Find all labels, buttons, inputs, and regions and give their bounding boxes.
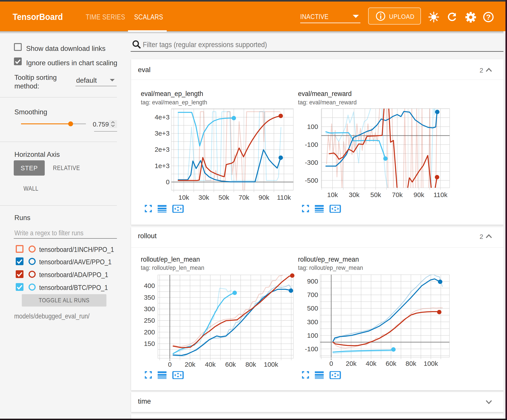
svg-text:80k: 80k bbox=[245, 361, 256, 368]
svg-text:-100: -100 bbox=[305, 141, 318, 148]
svg-text:-500: -500 bbox=[305, 177, 318, 184]
svg-text:350: 350 bbox=[144, 294, 155, 301]
svg-text:10k: 10k bbox=[327, 191, 338, 198]
svg-text:300: 300 bbox=[144, 305, 155, 312]
svg-text:100: 100 bbox=[307, 123, 318, 130]
svg-text:80k: 80k bbox=[406, 360, 416, 367]
svg-text:100: 100 bbox=[307, 332, 318, 339]
svg-text:60k: 60k bbox=[225, 361, 236, 368]
svg-text:20k: 20k bbox=[185, 361, 196, 368]
svg-text:0: 0 bbox=[168, 361, 172, 368]
svg-text:90k: 90k bbox=[259, 194, 269, 201]
svg-text:0: 0 bbox=[166, 178, 169, 186]
svg-text:50k: 50k bbox=[218, 194, 229, 201]
svg-text:?: ? bbox=[486, 13, 491, 21]
svg-text:30k: 30k bbox=[349, 191, 359, 198]
svg-text:150: 150 bbox=[144, 340, 155, 347]
svg-text:500: 500 bbox=[307, 304, 318, 312]
svg-text:300: 300 bbox=[307, 318, 318, 326]
svg-text:900: 900 bbox=[307, 278, 318, 285]
svg-text:20k: 20k bbox=[346, 360, 357, 367]
svg-text:250: 250 bbox=[144, 317, 155, 324]
svg-text:1e+3: 1e+3 bbox=[155, 162, 169, 169]
svg-text:50k: 50k bbox=[370, 191, 381, 198]
svg-text:0: 0 bbox=[330, 360, 333, 367]
svg-text:90k: 90k bbox=[414, 191, 424, 198]
svg-text:70k: 70k bbox=[239, 194, 249, 201]
svg-text:110k: 110k bbox=[277, 194, 291, 201]
svg-text:100k: 100k bbox=[423, 360, 438, 367]
svg-text:-100: -100 bbox=[305, 345, 318, 352]
svg-text:3e+3: 3e+3 bbox=[155, 130, 169, 137]
svg-text:30k: 30k bbox=[198, 194, 209, 201]
svg-text:10k: 10k bbox=[178, 194, 189, 201]
svg-text:40k: 40k bbox=[366, 360, 377, 367]
svg-text:200: 200 bbox=[144, 328, 155, 336]
svg-text:100k: 100k bbox=[264, 361, 278, 368]
svg-text:2e+3: 2e+3 bbox=[155, 146, 169, 153]
svg-text:-300: -300 bbox=[305, 159, 318, 166]
svg-text:400: 400 bbox=[144, 282, 155, 289]
svg-text:40k: 40k bbox=[205, 361, 216, 368]
svg-text:60k: 60k bbox=[386, 360, 396, 367]
svg-text:4e+3: 4e+3 bbox=[155, 113, 169, 121]
svg-text:110k: 110k bbox=[434, 191, 448, 198]
svg-text:700: 700 bbox=[307, 291, 318, 298]
svg-text:70k: 70k bbox=[392, 191, 403, 198]
